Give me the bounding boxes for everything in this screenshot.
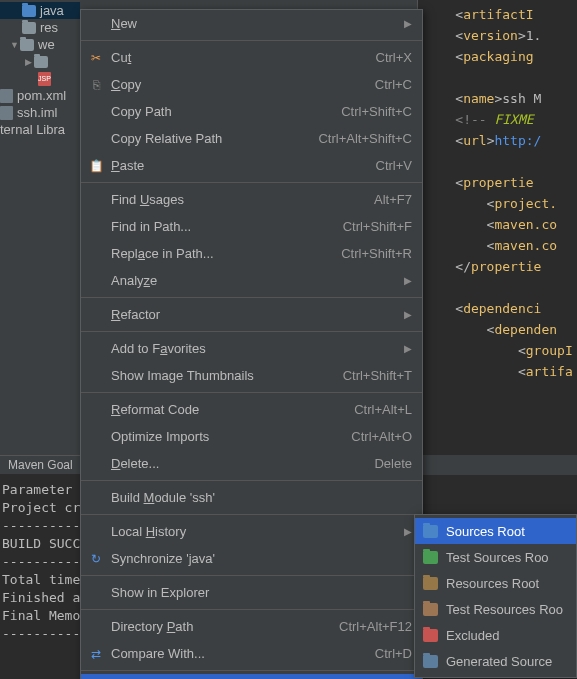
folder-icon xyxy=(423,655,438,668)
tree-label: pom.xml xyxy=(17,88,66,103)
menu-item-replace-in-path[interactable]: Replace in Path...Ctrl+Shift+R xyxy=(81,240,422,267)
menu-item-cut[interactable]: ✂CutCtrl+X xyxy=(81,44,422,71)
menu-item-mark-directory-as[interactable]: Mark Directory as▶ xyxy=(81,674,422,679)
menu-separator xyxy=(81,182,422,183)
menu-item-refactor[interactable]: Refactor▶ xyxy=(81,301,422,328)
menu-item-delete[interactable]: Delete...Delete xyxy=(81,450,422,477)
code-line: <version>1. xyxy=(424,25,577,46)
menu-shortcut: Ctrl+Alt+O xyxy=(351,429,412,444)
menu-shortcut: Alt+F7 xyxy=(374,192,412,207)
code-line: <maven.co xyxy=(424,214,577,235)
menu-item-label: Synchronize 'java' xyxy=(111,551,412,566)
tree-item-webinf[interactable]: ▶ xyxy=(0,53,80,70)
submenu-label: Resources Root xyxy=(446,576,539,591)
menu-item-label: Show Image Thumbnails xyxy=(111,368,343,383)
submenu-label: Test Sources Roo xyxy=(446,550,549,565)
menu-separator xyxy=(81,575,422,576)
context-menu: New▶✂CutCtrl+X⎘CopyCtrl+CCopy PathCtrl+S… xyxy=(80,9,423,679)
menu-item-build-module-ssh[interactable]: Build Module 'ssh' xyxy=(81,484,422,511)
menu-item-optimize-imports[interactable]: Optimize ImportsCtrl+Alt+O xyxy=(81,423,422,450)
menu-item-local-history[interactable]: Local History▶ xyxy=(81,518,422,545)
menu-item-find-usages[interactable]: Find UsagesAlt+F7 xyxy=(81,186,422,213)
submenu-arrow-icon: ▶ xyxy=(404,309,412,320)
menu-item-add-to-favorites[interactable]: Add to Favorites▶ xyxy=(81,335,422,362)
submenu-item-generated-source[interactable]: Generated Source xyxy=(415,648,576,674)
menu-separator xyxy=(81,480,422,481)
submenu-item-resources-root[interactable]: Resources Root xyxy=(415,570,576,596)
submenu-item-sources-root[interactable]: Sources Root xyxy=(415,518,576,544)
sync-icon: ↻ xyxy=(88,551,104,567)
menu-item-copy-relative-path[interactable]: Copy Relative PathCtrl+Alt+Shift+C xyxy=(81,125,422,152)
code-line: <url>http:/ xyxy=(424,130,577,151)
menu-item-label: Add to Favorites xyxy=(111,341,404,356)
menu-shortcut: Ctrl+D xyxy=(375,646,412,661)
tree-item-pom[interactable]: pom.xml xyxy=(0,87,80,104)
submenu-item-test-sources-roo[interactable]: Test Sources Roo xyxy=(415,544,576,570)
tree-label: ternal Libra xyxy=(0,122,65,137)
menu-item-paste[interactable]: 📋PasteCtrl+V xyxy=(81,152,422,179)
menu-item-new[interactable]: New▶ xyxy=(81,10,422,37)
jsp-file-icon: JSP xyxy=(38,72,51,86)
menu-shortcut: Ctrl+Shift+F xyxy=(343,219,412,234)
code-line: <project. xyxy=(424,193,577,214)
menu-shortcut: Ctrl+Alt+L xyxy=(354,402,412,417)
menu-item-compare-with[interactable]: ⇄Compare With...Ctrl+D xyxy=(81,640,422,667)
project-tree[interactable]: java res ▼ we ▶ JSP pom.xml ssh.iml tern… xyxy=(0,0,80,455)
tool-window-header[interactable]: Maven Goal xyxy=(0,455,80,475)
menu-item-label: Analyze xyxy=(111,273,404,288)
paste-icon: 📋 xyxy=(88,158,104,174)
menu-separator xyxy=(81,40,422,41)
folder-icon xyxy=(423,629,438,642)
menu-shortcut: Ctrl+Shift+T xyxy=(343,368,412,383)
menu-item-directory-path[interactable]: Directory PathCtrl+Alt+F12 xyxy=(81,613,422,640)
tree-label: we xyxy=(38,37,55,52)
folder-icon xyxy=(423,603,438,616)
menu-shortcut: Ctrl+Shift+C xyxy=(341,104,412,119)
menu-shortcut: Ctrl+C xyxy=(375,77,412,92)
submenu-item-test-resources-roo[interactable]: Test Resources Roo xyxy=(415,596,576,622)
menu-shortcut: Ctrl+Shift+R xyxy=(341,246,412,261)
xml-file-icon xyxy=(0,89,13,103)
submenu-arrow-icon: ▶ xyxy=(404,343,412,354)
menu-item-show-image-thumbnails[interactable]: Show Image ThumbnailsCtrl+Shift+T xyxy=(81,362,422,389)
tree-label: res xyxy=(40,20,58,35)
menu-item-analyze[interactable]: Analyze▶ xyxy=(81,267,422,294)
expand-icon[interactable]: ▼ xyxy=(10,40,18,50)
code-editor[interactable]: <artifactI <version>1. <packaging <name>… xyxy=(417,0,577,455)
tree-item-iml[interactable]: ssh.iml xyxy=(0,104,80,121)
scissors-icon: ✂ xyxy=(88,50,104,66)
menu-item-label: Copy Path xyxy=(111,104,341,119)
iml-file-icon xyxy=(0,106,13,120)
menu-separator xyxy=(81,392,422,393)
menu-separator xyxy=(81,331,422,332)
menu-item-label: Reformat Code xyxy=(111,402,354,417)
menu-item-copy[interactable]: ⎘CopyCtrl+C xyxy=(81,71,422,98)
menu-item-show-in-explorer[interactable]: Show in Explorer xyxy=(81,579,422,606)
menu-item-synchronize-java[interactable]: ↻Synchronize 'java' xyxy=(81,545,422,572)
code-line: ⊟ <propertie xyxy=(424,172,577,193)
menu-item-find-in-path[interactable]: Find in Path...Ctrl+Shift+F xyxy=(81,213,422,240)
submenu-arrow-icon: ▶ xyxy=(404,275,412,286)
tree-item-res[interactable]: res xyxy=(0,19,80,36)
cmp-icon: ⇄ xyxy=(88,646,104,662)
menu-item-label: Copy Relative Path xyxy=(111,131,318,146)
menu-shortcut: Delete xyxy=(374,456,412,471)
code-line: ⊟ </propertie xyxy=(424,256,577,277)
code-line: <packaging xyxy=(424,46,577,67)
folder-icon xyxy=(34,56,48,68)
folder-icon xyxy=(423,551,438,564)
menu-shortcut: Ctrl+Alt+F12 xyxy=(339,619,412,634)
tree-item-jsp[interactable]: JSP xyxy=(0,70,80,87)
submenu-item-excluded[interactable]: Excluded xyxy=(415,622,576,648)
tree-item-java[interactable]: java xyxy=(0,2,80,19)
tree-item-extlib[interactable]: ternal Libra xyxy=(0,121,80,138)
menu-shortcut: Ctrl+Alt+Shift+C xyxy=(318,131,412,146)
menu-item-copy-path[interactable]: Copy PathCtrl+Shift+C xyxy=(81,98,422,125)
submenu-label: Sources Root xyxy=(446,524,525,539)
tree-label: ssh.iml xyxy=(17,105,57,120)
folder-icon xyxy=(20,39,34,51)
tree-item-webapp[interactable]: ▼ we xyxy=(0,36,80,53)
menu-item-reformat-code[interactable]: Reformat CodeCtrl+Alt+L xyxy=(81,396,422,423)
expand-icon[interactable]: ▶ xyxy=(24,57,32,67)
code-line: <!-- FIXME xyxy=(424,109,577,130)
